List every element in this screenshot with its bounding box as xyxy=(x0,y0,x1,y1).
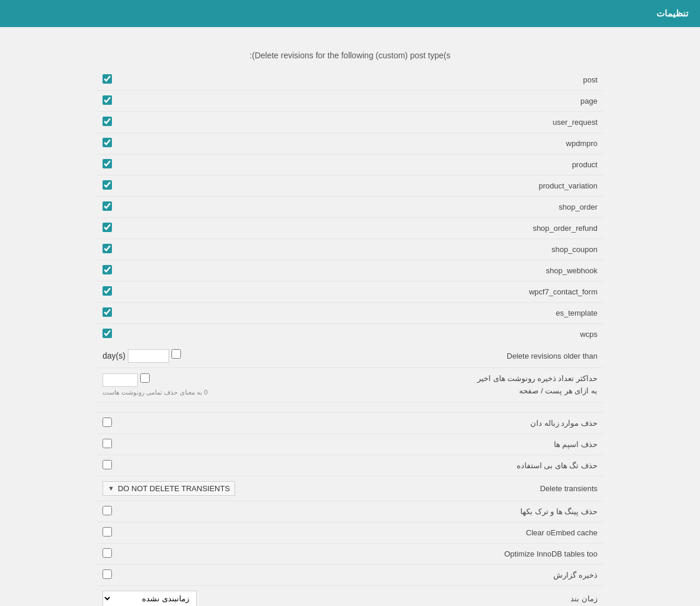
timeout-row: زمان بند زمانبندی نشدههر روزهر هفته xyxy=(97,585,603,606)
orphan-row: حذف اسپم ها xyxy=(97,433,603,455)
pingback-label: حذف پینگ ها و ترک بکها xyxy=(325,501,603,522)
unused-tags-control xyxy=(97,455,325,476)
oembed-row: Clear oEmbed cache xyxy=(97,522,603,543)
orphan-checkbox[interactable] xyxy=(103,439,112,448)
row-control xyxy=(97,133,325,154)
delete-revisions-suffix: day(s) xyxy=(103,351,126,360)
settings-table: post page user_request wpdmpro product p… xyxy=(97,69,603,606)
table-row: user_request xyxy=(97,112,603,133)
trash-row: حذف موارد زباله دان xyxy=(97,412,603,433)
row-control xyxy=(97,197,325,218)
spacer-row xyxy=(97,402,603,412)
transients-arrow: ▼ xyxy=(108,485,114,492)
row-label: page xyxy=(325,91,603,112)
row-checkbox[interactable] xyxy=(103,74,112,84)
row-checkbox[interactable] xyxy=(103,201,112,211)
innodb-label: Optimize InnoDB tables too xyxy=(325,543,603,564)
delete-revisions-row: Delete revisions older than day(s) xyxy=(97,345,603,368)
top-bar-title: تنظیمات xyxy=(656,8,688,19)
trash-control xyxy=(97,412,325,433)
report-label: ذخیره گزارش xyxy=(325,564,603,585)
row-control xyxy=(97,324,325,345)
row-label: product_variation xyxy=(325,175,603,197)
max-revisions-input[interactable] xyxy=(103,373,138,387)
row-control xyxy=(97,260,325,282)
trash-label: حذف موارد زباله دان xyxy=(325,412,603,433)
unused-tags-row: حذف تگ های بی استفاده xyxy=(97,455,603,476)
row-control xyxy=(97,218,325,239)
row-control xyxy=(97,91,325,112)
table-row: shop_webhook xyxy=(97,260,603,282)
innodb-row: Optimize InnoDB tables too xyxy=(97,543,603,564)
row-checkbox[interactable] xyxy=(103,244,112,253)
table-row: post xyxy=(97,69,603,91)
row-control xyxy=(97,282,325,303)
oembed-label: Clear oEmbed cache xyxy=(325,522,603,543)
row-label: shop_coupon xyxy=(325,239,603,260)
delete-revisions-input[interactable] xyxy=(128,349,169,363)
section-title: :(Delete revisions for the following (cu… xyxy=(97,51,603,60)
row-control xyxy=(97,239,325,260)
innodb-control xyxy=(97,543,325,564)
delete-revisions-label: Delete revisions older than xyxy=(325,345,603,368)
trash-checkbox[interactable] xyxy=(103,418,112,427)
max-revisions-row: حداکثر تعداد ذخیره رونوشت های اخیر به از… xyxy=(97,368,603,403)
table-row: wcps xyxy=(97,324,603,345)
table-row: shop_order xyxy=(97,197,603,218)
row-label: user_request xyxy=(325,112,603,133)
row-control xyxy=(97,112,325,133)
transients-row: Delete transients ▼ DO NOT DELETE TRANSI… xyxy=(97,476,603,501)
innodb-checkbox[interactable] xyxy=(103,548,112,558)
table-row: product xyxy=(97,154,603,175)
transients-button[interactable]: ▼ DO NOT DELETE TRANSIENTS xyxy=(103,481,235,496)
timeout-control: زمانبندی نشدههر روزهر هفته xyxy=(97,585,325,606)
row-checkbox[interactable] xyxy=(103,138,112,147)
unused-tags-label: حذف تگ های بی استفاده xyxy=(325,455,603,476)
report-control xyxy=(97,564,325,585)
row-checkbox[interactable] xyxy=(103,95,112,105)
oembed-checkbox[interactable] xyxy=(103,527,112,537)
table-row: product_variation xyxy=(97,175,603,197)
delete-revisions-checkbox[interactable] xyxy=(171,349,181,359)
row-checkbox[interactable] xyxy=(103,307,112,317)
row-checkbox[interactable] xyxy=(103,329,112,338)
row-label: shop_order_refund xyxy=(325,218,603,239)
row-label: shop_webhook xyxy=(325,260,603,282)
max-revisions-hint: 0 به معنای حذف تمامی رونوشت هاست xyxy=(103,389,207,396)
row-checkbox[interactable] xyxy=(103,159,112,168)
orphan-label: حذف اسپم ها xyxy=(325,433,603,455)
row-label: wpcf7_contact_form xyxy=(325,282,603,303)
table-row: shop_coupon xyxy=(97,239,603,260)
main-content: :(Delete revisions for the following (cu… xyxy=(85,45,615,606)
table-row: wpdmpro xyxy=(97,133,603,154)
table-row: es_template xyxy=(97,303,603,324)
row-label: es_template xyxy=(325,303,603,324)
transients-button-label: DO NOT DELETE TRANSIENTS xyxy=(118,484,230,493)
row-checkbox[interactable] xyxy=(103,265,112,274)
report-row: ذخیره گزارش xyxy=(97,564,603,585)
row-label: post xyxy=(325,69,603,91)
orphan-control xyxy=(97,433,325,455)
row-label: wcps xyxy=(325,324,603,345)
max-revisions-checkbox[interactable] xyxy=(140,373,150,383)
max-revisions-control: 0 به معنای حذف تمامی رونوشت هاست xyxy=(97,368,325,403)
top-bar: تنظیمات xyxy=(0,0,700,27)
pingback-row: حذف پینگ ها و ترک بکها xyxy=(97,501,603,522)
report-checkbox[interactable] xyxy=(103,569,112,579)
row-checkbox[interactable] xyxy=(103,223,112,232)
max-revisions-label: حداکثر تعداد ذخیره رونوشت های اخیر به از… xyxy=(325,368,603,403)
pingback-control xyxy=(97,501,325,522)
pingback-checkbox[interactable] xyxy=(103,506,112,515)
unused-tags-checkbox[interactable] xyxy=(103,460,112,469)
row-control xyxy=(97,175,325,197)
row-label: shop_order xyxy=(325,197,603,218)
row-label: wpdmpro xyxy=(325,133,603,154)
row-control xyxy=(97,303,325,324)
timeout-select[interactable]: زمانبندی نشدههر روزهر هفته xyxy=(103,591,197,606)
table-row: shop_order_refund xyxy=(97,218,603,239)
row-checkbox[interactable] xyxy=(103,286,112,296)
oembed-control xyxy=(97,522,325,543)
row-checkbox[interactable] xyxy=(103,117,112,126)
row-checkbox[interactable] xyxy=(103,180,112,190)
table-row: page xyxy=(97,91,603,112)
